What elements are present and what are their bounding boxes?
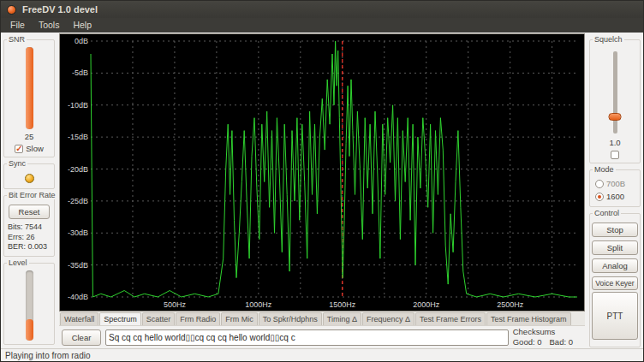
svg-text:2000Hz: 2000Hz — [413, 300, 440, 309]
split-button[interactable]: Split — [592, 240, 638, 255]
squelch-label: Squelch — [593, 35, 624, 44]
level-label: Level — [7, 258, 29, 267]
slow-check-row[interactable]: Slow — [15, 144, 44, 153]
left-panel: SNR 25 Slow Sync Bit Error Rate Reset Bi… — [1, 33, 57, 348]
snr-gauge — [26, 47, 33, 129]
status-text: Playing into from radio — [5, 351, 91, 360]
sync-led-icon — [25, 174, 34, 183]
tab-frm-radio[interactable]: Frm Radio — [176, 312, 220, 325]
tab-frequency-delta[interactable]: Frequency Δ — [362, 312, 414, 325]
checksums-bad: Bad: 0 — [550, 337, 573, 347]
bit-error-rate-group: Bit Error Rate Reset Bits: 7544 Errs: 26… — [3, 195, 55, 257]
tab-test-frame-errors[interactable]: Test Frame Errors — [415, 312, 486, 325]
tab-test-frame-histogram[interactable]: Test Frame Histogram — [486, 312, 571, 325]
bits-stat: Bits: 7544 — [6, 223, 42, 233]
tab-scatter[interactable]: Scatter — [142, 312, 176, 325]
menu-bar: File Tools Help — [1, 18, 643, 33]
mode-radio-700b[interactable] — [595, 180, 604, 188]
main-content: SNR 25 Slow Sync Bit Error Rate Reset Bi… — [1, 33, 643, 348]
svg-text:-20dB: -20dB — [68, 165, 88, 174]
tx-text-input[interactable] — [105, 329, 509, 346]
reset-button[interactable]: Reset — [9, 205, 50, 219]
menu-file[interactable]: File — [3, 18, 32, 33]
ber-label: Bit Error Rate — [7, 191, 57, 199]
squelch-slider-handle[interactable] — [609, 113, 622, 121]
center-area: 0dB-5dB-10dB-15dB-20dB-25dB-30dB-35dB-40… — [57, 33, 587, 348]
slow-label: Slow — [26, 144, 44, 153]
mode-label: Mode — [593, 165, 616, 174]
stop-button[interactable]: Stop — [592, 223, 638, 237]
title-bar: FreeDV 1.0 devel — [1, 1, 643, 18]
svg-text:500Hz: 500Hz — [164, 300, 187, 309]
plot-tabs: Waterfall Spectrum Scatter Frm Radio Frm… — [59, 312, 585, 326]
close-button[interactable] — [7, 5, 16, 15]
spectrum-plot: 0dB-5dB-10dB-15dB-20dB-25dB-30dB-35dB-40… — [59, 33, 585, 312]
svg-text:2500Hz: 2500Hz — [497, 300, 524, 309]
squelch-enable-checkbox[interactable] — [611, 151, 619, 159]
svg-text:-5dB: -5dB — [72, 68, 88, 77]
squelch-slider[interactable] — [613, 51, 617, 134]
tab-to-spkr-hdphns[interactable]: To Spkr/Hdphns — [259, 312, 322, 325]
mode-group: Mode 700B 1600 — [589, 169, 641, 207]
svg-text:-30dB: -30dB — [68, 228, 88, 237]
level-gauge — [26, 270, 33, 341]
tab-waterfall[interactable]: Waterfall — [60, 312, 98, 325]
snr-label: SNR — [7, 35, 27, 44]
svg-text:-25dB: -25dB — [68, 197, 88, 205]
status-bar: Playing into from radio — [1, 348, 643, 361]
snr-value: 25 — [25, 132, 34, 141]
analog-button[interactable]: Analog — [592, 258, 638, 273]
tab-timing-delta[interactable]: Timing Δ — [323, 312, 361, 325]
sync-group: Sync — [3, 163, 55, 189]
snr-gauge-fill — [26, 47, 33, 129]
svg-text:-35dB: -35dB — [68, 261, 88, 270]
svg-text:1000Hz: 1000Hz — [245, 300, 272, 309]
squelch-value: 1.0 — [609, 138, 620, 147]
voice-keyer-button[interactable]: Voice Keyer — [592, 276, 638, 290]
mode-option-1600[interactable]: 1600 — [592, 192, 624, 201]
checksums-label: Checksums — [513, 327, 581, 337]
clear-button[interactable]: Clear — [62, 329, 101, 346]
tab-spectrum[interactable]: Spectrum — [99, 312, 141, 325]
checksums-good: Good: 0 — [513, 337, 542, 347]
menu-help[interactable]: Help — [66, 18, 98, 33]
slow-checkbox[interactable] — [15, 145, 23, 153]
checksums-block: Checksums Good: 0Bad: 0 — [513, 327, 582, 347]
bottom-row: Clear Checksums Good: 0Bad: 0 — [59, 326, 585, 348]
svg-text:-40dB: -40dB — [68, 293, 88, 301]
mode-radio-1600[interactable] — [595, 193, 604, 201]
ptt-button[interactable]: PTT — [592, 292, 638, 340]
level-gauge-fill — [26, 319, 33, 341]
window-title: FreeDV 1.0 devel — [22, 4, 98, 15]
mode-1600-label: 1600 — [606, 192, 624, 201]
level-group: Level — [3, 263, 55, 345]
spectrum-chart: 0dB-5dB-10dB-15dB-20dB-25dB-30dB-35dB-40… — [60, 34, 584, 311]
squelch-group: Squelch 1.0 — [589, 39, 641, 163]
errs-stat: Errs: 26 — [6, 233, 35, 243]
svg-text:1500Hz: 1500Hz — [329, 300, 356, 309]
app-window: FreeDV 1.0 devel File Tools Help SNR 25 … — [0, 0, 644, 362]
right-panel: Squelch 1.0 Mode 700B 1600 Con — [587, 33, 643, 348]
svg-text:0dB: 0dB — [75, 37, 88, 45]
snr-group: SNR 25 Slow — [3, 39, 55, 157]
mode-option-700b[interactable]: 700B — [592, 179, 625, 188]
tab-frm-mic[interactable]: Frm Mic — [221, 312, 258, 325]
menu-tools[interactable]: Tools — [32, 18, 67, 33]
svg-text:-10dB: -10dB — [68, 101, 88, 110]
control-group: Control Stop Split Analog Voice Keyer PT… — [589, 213, 641, 347]
sync-label: Sync — [7, 159, 27, 168]
control-label: Control — [593, 209, 621, 217]
mode-700b-label: 700B — [606, 179, 625, 188]
svg-text:-15dB: -15dB — [68, 133, 88, 141]
ber-stat: BER: 0.003 — [6, 242, 47, 252]
